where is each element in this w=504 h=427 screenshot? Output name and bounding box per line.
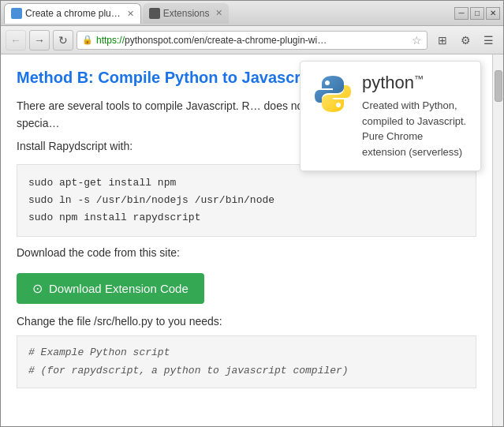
address-rest: pythonspot.com/en/create-a-chrome-plugin… <box>125 35 327 46</box>
window-controls: ─ □ ✕ <box>454 7 500 20</box>
change-label: Change the file /src/hello.py to you nee… <box>17 315 476 328</box>
example-code-block: # Example Python script # (for rapydscri… <box>17 335 476 388</box>
install-code-block: sudo apt-get install npm sudo ln -s /usr… <box>17 164 476 237</box>
tab-chrome-plugin[interactable]: Create a chrome plu… ✕ <box>4 3 141 24</box>
code-line-3: sudo npm install rapydscript <box>28 209 465 227</box>
minimize-button[interactable]: ─ <box>454 7 469 20</box>
scrollbar[interactable] <box>492 54 503 426</box>
python-brand: python™ <box>362 73 469 93</box>
forward-icon: → <box>34 34 45 47</box>
python-popup: python™ Created with Python, compiled to… <box>300 61 481 171</box>
example-line-1: # Example Python script <box>28 344 465 361</box>
python-brand-label: python <box>362 73 414 92</box>
tab-ext-close[interactable]: ✕ <box>215 8 222 18</box>
maximize-button[interactable]: □ <box>470 7 484 20</box>
tab-extensions[interactable]: Extensions ✕ <box>143 3 230 24</box>
tab-ext-favicon <box>149 8 160 19</box>
close-button[interactable]: ✕ <box>486 7 500 20</box>
example-line-2: # (for rapydscript, a python to javascri… <box>28 362 465 380</box>
bookmark-icon[interactable]: ☆ <box>412 34 422 47</box>
code-line-1: sudo apt-get install npm <box>28 174 465 192</box>
download-icon: ⊙ <box>32 281 43 296</box>
python-popup-text: python™ Created with Python, compiled to… <box>362 73 469 159</box>
download-btn-text: Download Extension Code <box>49 282 189 295</box>
chrome-menu-button[interactable]: ⊞ <box>432 30 453 51</box>
reload-button[interactable]: ↻ <box>53 30 73 51</box>
address-bar[interactable]: 🔒 https://pythonspot.com/en/create-a-chr… <box>77 31 427 50</box>
back-button[interactable]: ← <box>6 30 26 51</box>
python-logo-icon <box>312 73 354 115</box>
download-button[interactable]: ⊙ Download Extension Code <box>17 273 204 304</box>
nav-extra-buttons: ⊞ ⚙ ☰ <box>432 30 498 51</box>
lock-icon: 🔒 <box>82 35 93 45</box>
chrome-options-button[interactable]: ☰ <box>478 30 498 51</box>
address-protocol: https:// <box>96 35 125 46</box>
browser-frame: Create a chrome plu… ✕ Extensions ✕ ─ □ … <box>0 0 504 427</box>
tab-chrome-label: Create a chrome plu… <box>25 8 121 19</box>
nav-bar: ← → ↻ 🔒 https://pythonspot.com/en/create… <box>1 26 503 54</box>
reload-icon: ↻ <box>58 34 68 47</box>
download-label: Download the code from this site: <box>17 246 476 259</box>
back-icon: ← <box>10 34 21 47</box>
tab-chrome-favicon <box>11 8 22 19</box>
title-bar: Create a chrome plu… ✕ Extensions ✕ ─ □ … <box>1 1 503 26</box>
python-tm: ™ <box>414 73 424 84</box>
code-line-2: sudo ln -s /usr/bin/nodejs /usr/bin/node <box>28 192 465 209</box>
page-area: Method B: Compile Python to Javascript (… <box>1 54 503 426</box>
address-text: https://pythonspot.com/en/create-a-chrom… <box>96 35 409 46</box>
python-description: Created with Python, compiled to Javascr… <box>362 98 469 159</box>
tab-chrome-close[interactable]: ✕ <box>127 9 134 19</box>
forward-button[interactable]: → <box>29 30 50 51</box>
extensions-button[interactable]: ⚙ <box>455 30 476 51</box>
tab-ext-label: Extensions <box>163 8 210 19</box>
scroll-thumb[interactable] <box>495 70 502 102</box>
